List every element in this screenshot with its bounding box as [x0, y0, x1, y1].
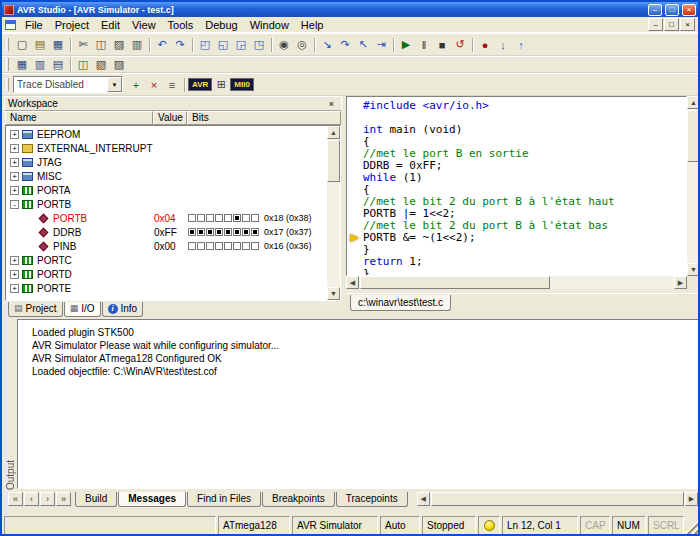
scrollbar-thumb[interactable]: [360, 276, 550, 289]
tree-expander-icon[interactable]: +: [10, 172, 19, 181]
maximize-icon[interactable]: □: [665, 4, 679, 16]
workspace-close-icon[interactable]: ×: [325, 98, 338, 110]
disassembler-window-icon[interactable]: ▧: [92, 56, 110, 73]
bit-checkbox[interactable]: [215, 242, 223, 250]
reset-icon[interactable]: ↺: [451, 36, 469, 53]
tree-row-portb[interactable]: -PORTB: [6, 197, 326, 211]
scroll-right-icon[interactable]: ▶: [674, 276, 687, 289]
output-tab-breakpoints[interactable]: Breakpoints: [262, 492, 335, 507]
scroll-down-icon[interactable]: ▼: [687, 263, 700, 276]
toolbar-grip[interactable]: [6, 58, 9, 71]
bit-checkbox[interactable]: [251, 214, 259, 222]
paste-icon[interactable]: ▨: [110, 36, 128, 53]
tab-scroll-last-icon[interactable]: »: [56, 492, 71, 506]
io-register-tree[interactable]: +EEPROM+EXTERNAL_INTERRUPT+JTAG+MISC+POR…: [5, 125, 341, 301]
menu-item-file[interactable]: File: [19, 18, 49, 32]
bit-checkbox[interactable]: [188, 214, 196, 222]
tree-expander-icon[interactable]: +: [10, 144, 19, 153]
tree-row-portd[interactable]: +PORTD: [6, 267, 326, 281]
undo-icon[interactable]: ↶: [153, 36, 171, 53]
bit-checkbox[interactable]: [188, 228, 196, 236]
scroll-left-icon[interactable]: ◀: [417, 492, 430, 506]
toggle-grid-icon[interactable]: ⊞: [212, 76, 230, 93]
step-out-icon[interactable]: ↖: [354, 36, 372, 53]
output-tab-build[interactable]: Build: [75, 492, 117, 507]
find-icon[interactable]: ◉: [275, 36, 293, 53]
find-next-icon[interactable]: ◎: [293, 36, 311, 53]
bit-checkbox[interactable]: [242, 242, 250, 250]
tree-expander-icon[interactable]: +: [10, 284, 19, 293]
window-layout-4-icon[interactable]: ◳: [250, 36, 268, 53]
close-icon[interactable]: ×: [682, 4, 696, 16]
bit-checkbox[interactable]: [215, 214, 223, 222]
bit-checkbox[interactable]: [233, 242, 241, 250]
tree-row-ddrb[interactable]: DDRB0xFF0x17 (0x37): [6, 225, 326, 239]
stop-icon[interactable]: ■: [433, 36, 451, 53]
tree-expander-icon[interactable]: +: [10, 256, 19, 265]
menu-item-project[interactable]: Project: [49, 18, 95, 32]
output-tab-tracepoints[interactable]: Tracepoints: [336, 492, 408, 507]
menu-item-edit[interactable]: Edit: [95, 18, 126, 32]
register-window-icon[interactable]: ▤: [49, 56, 67, 73]
toolbar-grip[interactable]: [6, 38, 9, 51]
tree-expander-icon[interactable]: +: [10, 270, 19, 279]
menu-item-debug[interactable]: Debug: [199, 18, 243, 32]
tree-expander-icon[interactable]: -: [10, 200, 19, 209]
output-tab-find-in-files[interactable]: Find in Files: [187, 492, 261, 507]
menu-item-window[interactable]: Window: [244, 18, 295, 32]
menu-item-view[interactable]: View: [126, 18, 162, 32]
bit-checkbox[interactable]: [188, 242, 196, 250]
tree-expander-icon[interactable]: +: [10, 158, 19, 167]
mcu-mode-icon[interactable]: MII0: [230, 78, 254, 91]
scroll-right-icon[interactable]: ▶: [685, 492, 698, 506]
tree-row-misc[interactable]: +MISC: [6, 169, 326, 183]
bit-checkbox[interactable]: [242, 214, 250, 222]
menu-item-help[interactable]: Help: [295, 18, 330, 32]
chevron-down-icon[interactable]: ▼: [107, 77, 122, 92]
avr-chip-icon[interactable]: AVR: [188, 78, 212, 91]
editor-vscrollbar[interactable]: ▲ ▼: [687, 96, 700, 276]
toggle-breakpoint-icon[interactable]: ●: [476, 36, 494, 53]
add-trace-icon[interactable]: +: [127, 76, 145, 93]
pause-icon[interactable]: ‖: [415, 36, 433, 53]
mdi-minimize-icon[interactable]: –: [648, 18, 663, 31]
title-bar[interactable]: AVR Studio - [AVR Simulator - test.c] – …: [2, 2, 698, 17]
print-icon[interactable]: ▥: [128, 36, 146, 53]
minimize-icon[interactable]: –: [648, 4, 662, 16]
bit-checkbox[interactable]: [206, 242, 214, 250]
bit-checkbox[interactable]: [197, 228, 205, 236]
toolbar-grip[interactable]: [6, 78, 9, 91]
menu-item-tools[interactable]: Tools: [162, 18, 200, 32]
column-header-name[interactable]: Name: [5, 111, 153, 125]
step-over-icon[interactable]: ↷: [336, 36, 354, 53]
bit-checkbox[interactable]: [224, 242, 232, 250]
tree-row-porte[interactable]: +PORTE: [6, 281, 326, 295]
window-layout-3-icon[interactable]: ◲: [232, 36, 250, 53]
bit-checkbox[interactable]: [206, 214, 214, 222]
trace-combobox[interactable]: Trace Disabled ▼: [13, 76, 123, 93]
column-header-bits[interactable]: Bits: [187, 111, 341, 125]
redo-icon[interactable]: ↷: [171, 36, 189, 53]
mdi-close-icon[interactable]: ×: [680, 18, 695, 31]
workspace-tab-info[interactable]: iInfo: [102, 302, 144, 317]
code-editor[interactable]: #include <avr/io.h> int main (void){//me…: [346, 96, 687, 276]
mdi-restore-icon[interactable]: □: [664, 18, 679, 31]
tree-row-eeprom[interactable]: +EEPROM: [6, 127, 326, 141]
editor-hscrollbar[interactable]: ◀ ▶: [346, 276, 687, 289]
scrollbar-thumb[interactable]: [431, 492, 684, 506]
bit-checkbox[interactable]: [224, 228, 232, 236]
io-view-icon[interactable]: ◫: [74, 56, 92, 73]
tree-row-external-interrupt[interactable]: +EXTERNAL_INTERRUPT: [6, 141, 326, 155]
scroll-up-icon[interactable]: ▲: [687, 96, 700, 109]
open-file-icon[interactable]: ▤: [31, 36, 49, 53]
memory-window-icon[interactable]: ▥: [31, 56, 49, 73]
watch-window-icon[interactable]: ▦: [13, 56, 31, 73]
copy-icon[interactable]: ◫: [92, 36, 110, 53]
output-messages[interactable]: Loaded plugin STK500AVR Simulator Please…: [17, 319, 699, 489]
bit-checkbox[interactable]: [233, 214, 241, 222]
resize-grip[interactable]: [686, 516, 700, 535]
window-layout-2-icon[interactable]: ◱: [214, 36, 232, 53]
bit-checkbox[interactable]: [197, 214, 205, 222]
tree-expander-icon[interactable]: +: [10, 130, 19, 139]
tree-row-portb[interactable]: PORTB0x040x18 (0x38): [6, 211, 326, 225]
